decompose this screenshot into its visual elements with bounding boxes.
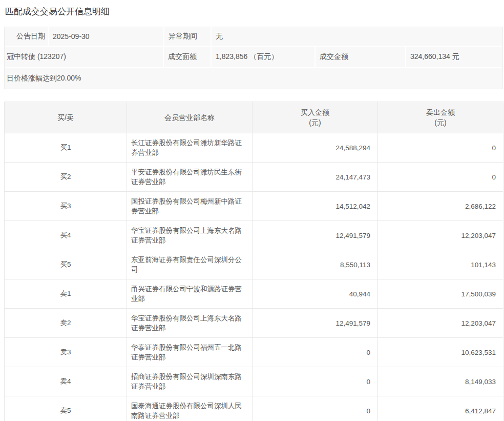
- table-row: 买5 东亚前海证券有限责任公司深圳分公司 8,550,113 101,143: [5, 250, 503, 279]
- table-row: 卖2 华宝证券股份有限公司上海东大名路证券营业部 12,491,579 12,2…: [5, 309, 503, 338]
- col-header-side: 买/卖: [5, 102, 127, 133]
- sell-amount-cell: 8,149,033: [378, 367, 503, 396]
- sell-amount-cell: 12,203,047: [378, 309, 503, 338]
- summary-row-note: 日价格涨幅达到20.00%: [5, 68, 502, 89]
- table-row: 卖5 国泰海通证券股份有限公司深圳人民南路证券营业部 0 6,412,847: [5, 396, 503, 421]
- summary-panel: 公告日期 2025-09-30 异常期间 无 冠中转债 (123207) 成交面…: [4, 27, 503, 89]
- buy-amount-cell: 14,512,042: [253, 192, 378, 221]
- broker-table-head: 买/卖 会员营业部名称 买入金额 (元) 卖出金额 (元): [5, 102, 503, 133]
- buy-amount-cell: 40,944: [253, 279, 378, 309]
- col-header-broker: 会员营业部名称: [127, 102, 253, 133]
- side-cell: 买2: [5, 163, 127, 192]
- table-row: 买2 平安证券股份有限公司潍坊民生东街证券营业部 24,147,473 0: [5, 163, 503, 192]
- face-value-label: 成交面额: [164, 47, 212, 67]
- table-row: 卖4 招商证券股份有限公司深圳深南东路证券营业部 0 8,149,033: [5, 367, 503, 396]
- buy-amount-cell: 8,550,113: [253, 250, 378, 279]
- table-row: 买4 华宝证券股份有限公司上海东大名路证券营业部 12,491,579 12,2…: [5, 221, 503, 250]
- buy-amount-cell: 0: [253, 338, 378, 367]
- summary-row-security: 冠中转债 (123207) 成交面额 1,823,856 （百元） 成交金额 3…: [5, 47, 502, 68]
- broker-cell: 国泰海通证券股份有限公司深圳人民南路证券营业部: [127, 396, 253, 421]
- price-limit-note: 日价格涨幅达到20.00%: [5, 68, 502, 89]
- side-cell: 卖5: [5, 396, 127, 421]
- page: 匹配成交交易公开信息明细 公告日期 2025-09-30 异常期间 无 冠中转债…: [0, 0, 504, 421]
- face-value-value: 1,823,856 （百元）: [212, 47, 316, 67]
- sell-amount-cell: 17,500,039: [378, 279, 503, 309]
- broker-table-body: 买1 长江证券股份有限公司潍坊新华路证券营业部 24,588,294 0 买2 …: [5, 133, 503, 421]
- side-cell: 卖2: [5, 309, 127, 338]
- col-header-buy-label: 买入金额: [253, 107, 377, 117]
- buy-amount-cell: 0: [253, 396, 378, 421]
- side-cell: 买4: [5, 221, 127, 250]
- abnormal-period-value: 无: [212, 27, 502, 46]
- broker-cell: 平安证券股份有限公司潍坊民生东街证券营业部: [127, 163, 253, 192]
- sell-amount-cell: 101,143: [378, 250, 503, 279]
- security-name: 冠中转债 (123207): [5, 47, 164, 67]
- buy-amount-cell: 12,491,579: [253, 221, 378, 250]
- sell-amount-cell: 12,203,047: [378, 221, 503, 250]
- col-header-sell: 卖出金额 (元): [378, 102, 503, 133]
- sell-amount-cell: 0: [378, 163, 503, 192]
- col-header-buy-unit: (元): [253, 117, 377, 128]
- sell-amount-cell: 6,412,847: [378, 396, 503, 421]
- turnover-label: 成交金额: [316, 47, 406, 67]
- page-title: 匹配成交交易公开信息明细: [4, 0, 500, 16]
- broker-cell: 招商证券股份有限公司深圳深南东路证券营业部: [127, 367, 253, 396]
- col-header-sell-unit: (元): [378, 117, 503, 128]
- broker-cell: 华泰证券股份有限公司福州五一北路证券营业部: [127, 338, 253, 367]
- sell-amount-cell: 2,686,122: [378, 192, 503, 221]
- table-row: 买3 国投证券股份有限公司梅州新中路证券营业部 14,512,042 2,686…: [5, 192, 503, 221]
- summary-row-dates: 公告日期 2025-09-30 异常期间 无: [5, 27, 502, 47]
- side-cell: 卖3: [5, 338, 127, 367]
- side-cell: 买3: [5, 192, 127, 221]
- table-row: 卖1 甬兴证券有限公司宁波和源路证券营业部 40,944 17,500,039: [5, 279, 503, 309]
- side-cell: 买5: [5, 250, 127, 279]
- broker-cell: 国投证券股份有限公司梅州新中路证券营业部: [127, 192, 253, 221]
- broker-table: 买/卖 会员营业部名称 买入金额 (元) 卖出金额 (元) 买1 长江证券股份有…: [4, 102, 503, 421]
- side-cell: 买1: [5, 133, 127, 163]
- col-header-side-label: 买/卖: [5, 112, 127, 123]
- broker-cell: 华宝证券股份有限公司上海东大名路证券营业部: [127, 309, 253, 338]
- buy-amount-cell: 24,147,473: [253, 163, 378, 192]
- col-header-buy: 买入金额 (元): [253, 102, 378, 133]
- broker-cell: 东亚前海证券有限责任公司深圳分公司: [127, 250, 253, 279]
- broker-cell: 华宝证券股份有限公司上海东大名路证券营业部: [127, 221, 253, 250]
- side-cell: 卖1: [5, 279, 127, 309]
- buy-amount-cell: 0: [253, 367, 378, 396]
- announce-date-value: 2025-09-30: [49, 27, 164, 46]
- announce-date-label: 公告日期: [5, 27, 49, 46]
- broker-cell: 长江证券股份有限公司潍坊新华路证券营业部: [127, 133, 253, 163]
- broker-cell: 甬兴证券有限公司宁波和源路证券营业部: [127, 279, 253, 309]
- table-row: 买1 长江证券股份有限公司潍坊新华路证券营业部 24,588,294 0: [5, 133, 503, 163]
- table-header-row: 买/卖 会员营业部名称 买入金额 (元) 卖出金额 (元): [5, 102, 503, 133]
- turnover-value: 324,660,134 元: [406, 47, 502, 67]
- sell-amount-cell: 10,623,531: [378, 338, 503, 367]
- sell-amount-cell: 0: [378, 133, 503, 163]
- table-row: 卖3 华泰证券股份有限公司福州五一北路证券营业部 0 10,623,531: [5, 338, 503, 367]
- buy-amount-cell: 24,588,294: [253, 133, 378, 163]
- side-cell: 卖4: [5, 367, 127, 396]
- abnormal-period-label: 异常期间: [164, 27, 212, 46]
- col-header-sell-label: 卖出金额: [378, 107, 503, 117]
- buy-amount-cell: 12,491,579: [253, 309, 378, 338]
- col-header-broker-label: 会员营业部名称: [127, 112, 252, 123]
